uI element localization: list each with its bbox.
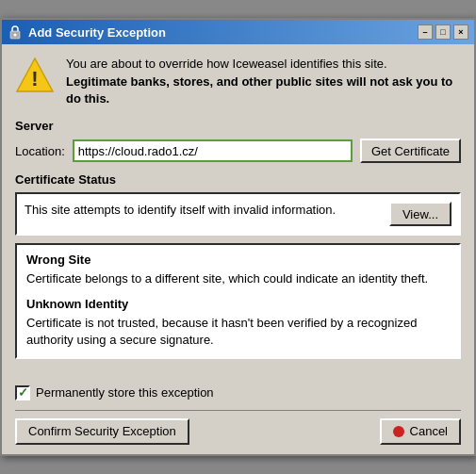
- titlebar-title: Add Security Exception: [28, 25, 166, 40]
- checkbox-row: ✓ Permanently store this exception: [15, 385, 461, 400]
- check-mark: ✓: [18, 386, 28, 399]
- warning-line2: Legitimate banks, stores, and other publ…: [66, 74, 461, 107]
- svg-point-1: [14, 34, 17, 37]
- maximize-button[interactable]: □: [435, 25, 451, 40]
- svg-text:!: !: [31, 67, 38, 90]
- minimize-button[interactable]: –: [418, 25, 433, 40]
- warning-line1: You are about to override how Iceweasel …: [66, 56, 461, 73]
- titlebar: Add Security Exception – □ ×: [2, 20, 474, 44]
- main-content: ! You are about to override how Icewease…: [2, 44, 474, 377]
- cert-status-section: Certificate Status This site attempts to…: [15, 172, 461, 236]
- details-section: Wrong Site Certificate belongs to a diff…: [15, 243, 461, 359]
- view-button[interactable]: View...: [389, 202, 451, 226]
- location-input[interactable]: [73, 139, 353, 162]
- cert-status-description: This site attempts to identify itself wi…: [25, 202, 380, 219]
- permanently-store-checkbox[interactable]: ✓: [15, 385, 30, 400]
- cert-status-label: Certificate Status: [15, 172, 461, 187]
- warning-icon: !: [15, 56, 55, 95]
- titlebar-left: Add Security Exception: [8, 25, 166, 40]
- titlebar-buttons: – □ ×: [418, 25, 468, 40]
- cert-status-body: This site attempts to identify itself wi…: [15, 192, 461, 236]
- cancel-label: Cancel: [410, 424, 448, 438]
- bottom-area: ✓ Permanently store this exception Confi…: [2, 378, 474, 454]
- dialog-window: Add Security Exception – □ × ! You are a…: [0, 18, 476, 455]
- server-section: Server Location: Get Certificate: [15, 119, 461, 163]
- button-row: Confirm Security Exception Cancel: [15, 418, 461, 445]
- cancel-dot-icon: [393, 426, 404, 437]
- location-label: Location:: [15, 144, 65, 158]
- wrong-site-heading: Wrong Site: [26, 253, 450, 267]
- unknown-identity-body: Certificate is not trusted, because it h…: [26, 315, 450, 349]
- unknown-identity-subsection: Unknown Identity Certificate is not trus…: [26, 297, 450, 349]
- close-button[interactable]: ×: [453, 25, 468, 40]
- server-label: Server: [15, 119, 461, 133]
- titlebar-icon: [8, 25, 23, 40]
- warning-banner: ! You are about to override how Icewease…: [15, 56, 461, 107]
- get-certificate-button[interactable]: Get Certificate: [360, 139, 461, 163]
- location-row: Location: Get Certificate: [15, 139, 461, 163]
- warning-text: You are about to override how Iceweasel …: [66, 56, 461, 107]
- cancel-button[interactable]: Cancel: [380, 418, 461, 445]
- divider: [15, 410, 461, 411]
- wrong-site-subsection: Wrong Site Certificate belongs to a diff…: [26, 253, 450, 287]
- unknown-identity-heading: Unknown Identity: [26, 297, 450, 311]
- checkbox-label: Permanently store this exception: [36, 385, 214, 400]
- confirm-security-exception-button[interactable]: Confirm Security Exception: [15, 418, 189, 445]
- wrong-site-body: Certificate belongs to a different site,…: [26, 270, 450, 287]
